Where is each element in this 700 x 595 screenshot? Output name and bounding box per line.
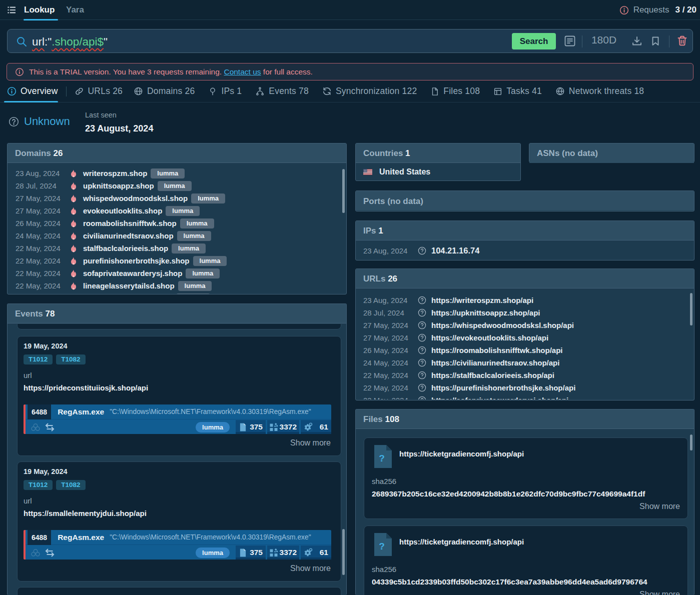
svg-text:?: ? — [379, 453, 385, 464]
svg-text:?: ? — [379, 541, 385, 552]
